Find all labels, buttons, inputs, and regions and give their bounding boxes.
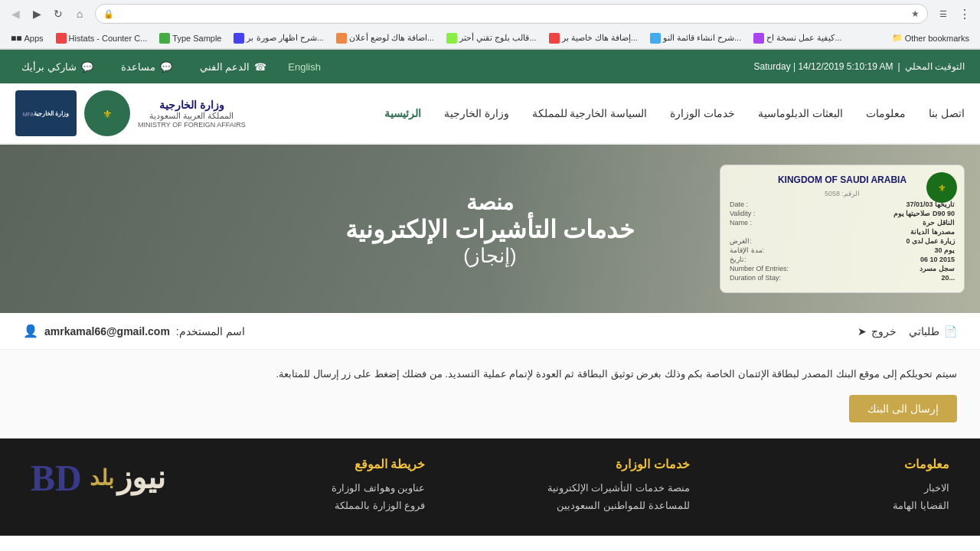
ministry-name-en: MINISTRY OF FOREIGN AFFAIRS — [138, 121, 246, 129]
bd-logo: BD — [31, 457, 82, 499]
footer-link-branches[interactable]: فروع الوزارة بالمملكة — [287, 500, 425, 511]
bookmark-label: اضافة هاك لوضع أعلان... — [349, 33, 434, 43]
logout-label: خروج — [871, 325, 897, 337]
site-wrapper: التوقيت المحلي | Saturday | 14/12/2019 5… — [0, 50, 980, 536]
hero-title-sub: خدمات التأشيرات الإلكترونية — [345, 215, 635, 244]
bookmark-8[interactable]: كيفية عمل نسخة اح... — [749, 31, 846, 45]
mfa-logo: وزارة الخارجية MFA — [15, 90, 77, 136]
visa-row-date2: تاريخ: 06 10 2015 — [730, 256, 955, 263]
footer-link-contacts[interactable]: عناوين وهواتف الوزارة — [287, 482, 425, 494]
bank-redirect-label: إرسال الى البنك — [867, 403, 939, 415]
bookmark-4[interactable]: اضافة هاك لوضع أعلان... — [332, 31, 439, 45]
ministry-country-ar: المملكة العربية السعودية — [138, 111, 246, 121]
menu-button[interactable]: ⋮ — [956, 5, 974, 23]
address-input[interactable]: enjazit.com.sa/Payment/RedirectToBank — [119, 8, 906, 19]
footer-col-services-title: خدمات الوزارة — [547, 457, 690, 471]
top-bar-right: English ☎ الدعم الفني 💬 مساعدة 💬 شاركي ب… — [15, 58, 321, 76]
bookmark-favicon — [753, 33, 764, 44]
footer-link-saudi-citizens[interactable]: للمساعدة للمواطنين السعوديين — [547, 500, 690, 511]
logo-area: وزارة الخارجية المملكة العربية السعودية … — [15, 90, 246, 136]
headset-icon: ☎ — [254, 61, 266, 73]
star-icon[interactable]: ★ — [911, 8, 920, 19]
logout-link[interactable]: خروج ➤ — [858, 325, 897, 337]
my-requests-label: طلباتي — [909, 325, 939, 337]
footer-logo-balad: بلد — [90, 465, 114, 491]
nav-link-info[interactable]: معلومات — [866, 104, 906, 122]
bookmark-5[interactable]: قالب بلوج تقني أحتر... — [442, 31, 541, 45]
bookmark-6[interactable]: إضافة هاك خاصية بر... — [544, 31, 642, 45]
footer-logo-news: نيوز — [117, 460, 165, 496]
hero-section: منصة خدمات التأشيرات الإلكترونية (إنجاز)… — [0, 145, 980, 313]
payment-section: سيتم تحويلكم إلى موقع البنك المصدر لبطاق… — [0, 350, 980, 439]
user-icon: 👤 — [23, 324, 38, 338]
bookmark-histats[interactable]: Histats - Counter C... — [51, 31, 152, 45]
bookmark-label: إضافة هاك خاصية بر... — [562, 33, 638, 43]
bookmark-label: قالب بلوج تقني أحتر... — [459, 33, 536, 43]
help-button[interactable]: 💬 مساعدة — [115, 58, 178, 76]
footer-col-info: معلومات الاخبار القضايا الهامة — [812, 457, 949, 517]
help-icon: 💬 — [160, 61, 172, 73]
bookmark-label: شرح اظهار صورة بر... — [247, 33, 323, 43]
footer-link-visa-platform[interactable]: منصة خدمات التأشيرات الإلكترونية — [547, 482, 690, 494]
share-button[interactable]: 💬 شاركي برأيك — [15, 58, 100, 76]
visa-row-name: Name : الناقل حرة — [730, 219, 955, 227]
ministry-name-ar: وزارة الخارجية — [138, 99, 246, 111]
footer-col-services: خدمات الوزارة منصة خدمات التأشيرات الإلك… — [547, 457, 690, 517]
top-bar-left: التوقيت المحلي | Saturday | 14/12/2019 5… — [754, 61, 965, 72]
back-button[interactable]: ◀ — [6, 5, 24, 23]
apps-bookmark[interactable]: ■■ Apps — [6, 31, 48, 45]
nav-link-missions[interactable]: البعثات الدبلوماسية — [758, 104, 843, 122]
nav-link-ministry[interactable]: وزارة الخارجية — [444, 104, 509, 122]
footer-col-sitemap-title: خريطة الموقع — [287, 457, 425, 471]
footer-link-issues[interactable]: القضايا الهامة — [812, 500, 949, 511]
folder-icon: 📁 — [892, 33, 903, 43]
user-label: اسم المستخدم: — [176, 325, 245, 337]
address-bar[interactable]: 🔒 enjazit.com.sa/Payment/RedirectToBank … — [95, 4, 928, 24]
refresh-button[interactable]: ↻ — [49, 5, 67, 23]
footer-logo-area: نيوز بلد BD — [31, 457, 165, 499]
footer-link-news[interactable]: الاخبار — [812, 482, 949, 494]
footer-col-sitemap: خريطة الموقع عناوين وهواتف الوزارة فروع … — [287, 457, 425, 517]
share-label: شاركي برأيك — [21, 61, 77, 73]
bookmark-other[interactable]: 📁 Other bookmarks — [887, 31, 974, 44]
datetime-separator: | — [898, 61, 900, 72]
extensions-button[interactable]: ☰ — [934, 5, 952, 23]
support-label: الدعم الفني — [200, 61, 250, 73]
hero-text: منصة خدمات التأشيرات الإلكترونية (إنجاز) — [345, 190, 635, 268]
saudi-emblem: ⚜ — [84, 90, 130, 136]
bank-redirect-button[interactable]: إرسال الى البنك — [849, 395, 957, 422]
bookmark-3[interactable]: شرح اظهار صورة بر... — [229, 31, 328, 45]
my-requests-link[interactable]: 📄 طلباتي — [909, 325, 957, 337]
datetime-value: Saturday | 14/12/2019 5:10:19 AM — [754, 61, 893, 72]
top-bar: التوقيت المحلي | Saturday | 14/12/2019 5… — [0, 50, 980, 83]
list-icon: 📄 — [944, 325, 957, 337]
bookmark-favicon — [446, 33, 457, 44]
nav-link-services[interactable]: خدمات الوزارة — [670, 104, 735, 122]
visa-row-entries: Number Of Entries: سجل مسرد — [730, 265, 955, 272]
nav-link-foreign-policy[interactable]: السياسة الخارجية للمملكة — [532, 104, 648, 122]
datetime-label: التوقيت المحلي — [905, 61, 965, 72]
forward-button[interactable]: ▶ — [28, 5, 46, 23]
bookmark-label: Other bookmarks — [905, 34, 969, 43]
bookmark-type-sample[interactable]: Type Sample — [155, 31, 226, 45]
visa-row-stay: مدة الإقامة: 30 يوم — [730, 246, 955, 254]
footer: معلومات الاخبار القضايا الهامة خدمات الو… — [0, 439, 980, 536]
bookmark-favicon — [56, 33, 67, 44]
bookmark-label: Type Sample — [172, 34, 221, 43]
bookmark-favicon — [159, 33, 170, 44]
user-section: 📄 طلباتي خروج ➤ اسم المستخدم: amrkamal66… — [0, 313, 980, 350]
visa-row-duration: Duration of Stay: 20... — [730, 274, 955, 282]
visa-row-validity: Validity : صلاحيتها يوم D90 90 — [730, 210, 955, 217]
saudi-emblem-hero: ⚜ — [926, 172, 957, 203]
home-button[interactable]: ⌂ — [70, 5, 89, 23]
hero-title-brand: (إنجاز) — [345, 244, 635, 268]
support-button[interactable]: ☎ الدعم الفني — [194, 58, 273, 76]
address-icons: ★ — [911, 8, 920, 19]
bookmark-7[interactable]: شرح انشاء قائمة النو... — [645, 31, 746, 45]
nav-link-home[interactable]: الرئيسية — [384, 104, 421, 122]
nav-link-contact[interactable]: اتصل بنا — [929, 104, 965, 122]
visa-row-date: Date : تاريخها 37/01/03 — [730, 201, 955, 208]
bookmark-label: Histats - Counter C... — [69, 34, 148, 43]
english-link[interactable]: English — [288, 61, 321, 73]
browser-toolbar: ◀ ▶ ↻ ⌂ 🔒 enjazit.com.sa/Payment/Redirec… — [0, 0, 980, 28]
